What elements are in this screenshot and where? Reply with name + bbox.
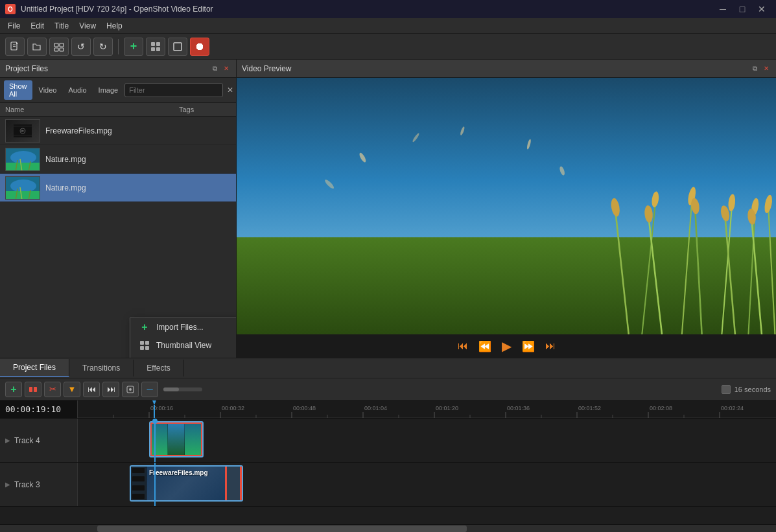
next-marker-button[interactable]: ⏭ [102,382,119,397]
menu-bar: File Edit Title View Help [0,18,776,34]
content-area: Project Files ⧉ ✕ Show All Video Audio I… [0,60,776,532]
minimize-button[interactable]: ─ [714,3,732,16]
svg-text:00:01:20: 00:01:20 [436,405,458,411]
goto-end-button[interactable]: ⏭ [543,338,558,354]
svg-rect-30 [140,341,144,345]
vp-float-button[interactable]: ⧉ [750,64,759,73]
tab-effects[interactable]: Effects [134,360,183,376]
track-3-name: Track 3 [14,480,40,489]
ctx-thumbnail-label: Thumbnail View [156,341,236,350]
fast-forward-button[interactable]: ⏩ [519,338,537,355]
rewind-button[interactable]: ⏪ [476,338,494,355]
time-icon [722,385,731,394]
redo-button[interactable]: ↻ [93,38,113,56]
files-table-header: Name Tags [0,103,236,117]
track3-playhead [154,463,156,506]
tab-show-all[interactable]: Show All [4,80,32,100]
layout-button[interactable] [146,38,165,56]
project-files-tabs: Show All Video Audio Image ✕ [0,78,236,103]
timeline-toolbar: + ✂ ▼ ⏮ ⏭ ─ 16 seconds [0,378,776,400]
vp-close-button[interactable]: ✕ [762,64,771,73]
video-display [237,78,776,334]
timeline: + ✂ ▼ ⏮ ⏭ ─ 16 seconds 00:00 [0,378,776,532]
menu-help[interactable]: Help [101,20,128,32]
project-files-title: Project Files [5,64,48,73]
razor-button[interactable]: ✂ [44,382,61,397]
tab-audio[interactable]: Audio [63,84,91,96]
vp-header-controls: ⧉ ✕ [750,64,771,73]
menu-title[interactable]: Title [49,20,74,32]
panel-float-button[interactable]: ⧉ [210,64,219,73]
track4-playhead [154,419,156,462]
zoom-slider-area [163,387,202,391]
context-menu: + Import Files... Ctrl+F Thumbnail View … [130,318,236,358]
undo-button[interactable]: ↺ [71,38,91,56]
file-item-nature-1[interactable]: Nature.mpg [0,145,236,174]
thumbnail-button[interactable] [49,38,69,56]
track-3-content[interactable]: FreewareFiles.mpg [78,463,776,506]
top-panels: Project Files ⧉ ✕ Show All Video Audio I… [0,60,776,358]
track-3-label[interactable]: ▶ Track 3 [0,463,78,506]
import-icon: + [138,322,151,332]
svg-rect-39 [237,237,776,334]
track-4-content[interactable]: Nature.mpg [78,419,776,462]
filter-clear-button[interactable]: ✕ [224,86,236,95]
ctx-thumbnail-view[interactable]: Thumbnail View Ctrl+Shift+D [130,336,236,354]
svg-rect-66 [29,387,32,392]
add-files-button[interactable]: + [124,38,143,56]
new-button[interactable] [5,38,25,56]
svg-rect-33 [145,346,149,350]
filter-input[interactable] [124,83,223,97]
current-time-display: 00:00:19:10 [0,400,78,418]
tab-transitions[interactable]: Transitions [69,360,134,376]
tab-video[interactable]: Video [34,84,62,96]
fullscreen-button[interactable] [168,38,187,56]
thumbnail-view-icon [138,340,151,351]
menu-view[interactable]: View [74,20,101,32]
video-controls: ⏮ ⏪ ▶ ⏩ ⏭ [237,334,776,358]
menu-file[interactable]: File [3,20,25,32]
frame-2 [168,422,185,456]
down-arrow-button[interactable]: ▼ [64,382,80,397]
tab-image[interactable]: Image [93,84,124,96]
scrollbar-thumb[interactable] [97,526,467,532]
close-button[interactable]: ✕ [753,3,771,16]
play-button[interactable]: ▶ [499,336,514,356]
track-4-name: Track 4 [14,436,40,445]
file-item-nature-selected[interactable]: Nature.mpg [0,174,236,202]
snap-button[interactable] [25,382,41,397]
tab-project-files[interactable]: Project Files [0,359,69,377]
svg-point-25 [10,179,36,192]
video-preview-panel: Video Preview ⧉ ✕ [237,60,776,358]
svg-rect-8 [151,42,155,46]
goto-start-button[interactable]: ⏮ [455,338,471,354]
track-expand-arrow: ▶ [5,437,10,444]
prev-marker-button[interactable]: ⏮ [83,382,100,397]
track-4-label[interactable]: ▶ Track 4 [0,419,78,462]
maximize-button[interactable]: □ [733,3,751,16]
ctx-import-files[interactable]: + Import Files... Ctrl+F [130,318,236,336]
file-item-freeware[interactable]: FreewareFiles.mpg [0,117,236,145]
frame-3 [185,422,202,456]
file-thumbnail-selected [5,176,40,200]
center-playhead-button[interactable] [122,382,139,397]
menu-edit[interactable]: Edit [25,20,49,32]
zoom-slider[interactable] [163,387,202,391]
zoom-button[interactable]: ─ [141,382,158,397]
open-button[interactable] [27,38,47,56]
add-track-button[interactable]: + [5,382,22,397]
thumb-preview [6,120,40,142]
svg-rect-26 [6,191,40,200]
ctx-preview-file[interactable]: ▶ Preview File [130,354,236,358]
film-hole-4 [132,494,145,499]
clip-nature-track4[interactable]: Nature.mpg [149,421,204,457]
video-preview-title: Video Preview [242,64,292,73]
timeline-ruler[interactable]: 00:00:16 00:00:32 00:00:48 00:01:04 00:0… [78,400,776,418]
timeline-tracks: ▶ Track 4 Nature.mpg [0,419,776,524]
panel-close-button[interactable]: ✕ [222,64,231,73]
frame-1 [150,422,168,456]
record-button[interactable]: ⏺ [190,38,209,56]
thumb-preview-selected [6,177,40,199]
zoom-label-area: 16 seconds [722,385,771,394]
clip-freeware-track3[interactable]: FreewareFiles.mpg [130,465,243,502]
